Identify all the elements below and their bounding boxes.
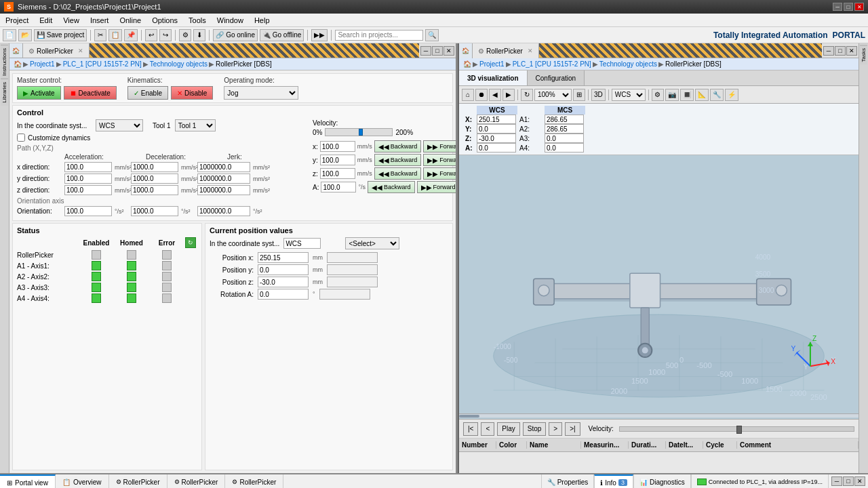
a-move-input[interactable] bbox=[321, 182, 356, 192]
z-jerk-input[interactable] bbox=[197, 185, 250, 195]
pos-a-extra[interactable] bbox=[319, 289, 370, 300]
tab-rollerpicker-right-1[interactable]: ⚙ RollerPicker ✕ bbox=[473, 43, 539, 58]
playback-vel-thumb[interactable] bbox=[736, 426, 742, 434]
pos-z-input[interactable] bbox=[258, 277, 309, 287]
menu-insert[interactable]: Insert bbox=[87, 15, 112, 26]
mcs-a3-input[interactable] bbox=[545, 134, 584, 143]
menu-online[interactable]: Online bbox=[117, 15, 144, 26]
redo-btn[interactable]: ↪ bbox=[159, 29, 172, 41]
view-extra-2[interactable]: 📷 bbox=[665, 89, 679, 101]
vtab-libraries[interactable]: Libraries bbox=[1, 79, 8, 106]
right-win-restore[interactable]: □ bbox=[835, 46, 846, 56]
x-backward-btn[interactable]: ◀◀ Backward bbox=[374, 140, 422, 152]
a-backward-btn[interactable]: ◀◀ Backward bbox=[368, 181, 415, 193]
last-btn[interactable]: >| bbox=[565, 422, 580, 436]
tab-rollerpicker-1[interactable]: ⚙ RollerPicker ✕ bbox=[23, 43, 90, 58]
customize-dynamics-check[interactable] bbox=[17, 134, 25, 142]
mcs-a1-input[interactable] bbox=[545, 115, 584, 124]
coord-sys-select[interactable]: WCSMCS bbox=[96, 119, 143, 131]
mcs-a4-input[interactable] bbox=[545, 143, 584, 152]
next-btn[interactable]: > bbox=[549, 422, 562, 436]
x-forward-btn[interactable]: ▶▶ Forward bbox=[423, 140, 456, 152]
a-forward-btn[interactable]: ▶▶ Forward bbox=[417, 181, 456, 193]
y-forward-btn[interactable]: ▶▶ Forward bbox=[423, 154, 456, 166]
pos-a-input[interactable] bbox=[258, 289, 309, 300]
sb-max-btn[interactable]: □ bbox=[843, 476, 854, 486]
compile-btn[interactable]: ⚙ bbox=[179, 29, 191, 41]
tab-close-1[interactable]: ✕ bbox=[78, 47, 83, 54]
menu-help[interactable]: Help bbox=[252, 15, 273, 26]
maximize-btn[interactable]: □ bbox=[844, 3, 853, 11]
x-acc-input[interactable] bbox=[64, 162, 112, 172]
pos-y-extra[interactable] bbox=[327, 264, 378, 275]
y-jerk-input[interactable] bbox=[197, 174, 250, 184]
x-jerk-input[interactable] bbox=[197, 162, 250, 172]
menu-project[interactable]: Project bbox=[3, 15, 31, 26]
y-dec-input[interactable] bbox=[131, 174, 178, 184]
velocity-slider-thumb[interactable] bbox=[359, 129, 363, 136]
search-input[interactable] bbox=[335, 30, 423, 41]
view-record-btn[interactable]: ⏺ bbox=[475, 89, 488, 101]
left-win-restore[interactable]: □ bbox=[432, 46, 443, 56]
enable-btn[interactable]: ✓ Enable bbox=[127, 86, 168, 100]
right-win-close[interactable]: ✕ bbox=[846, 46, 857, 56]
paste-btn[interactable]: 📌 bbox=[124, 29, 138, 41]
disable-btn[interactable]: ✕ Disable bbox=[171, 86, 213, 100]
vtab-tasks[interactable]: Tasks bbox=[860, 45, 867, 64]
mcs-a2-input[interactable] bbox=[545, 124, 584, 134]
pos-select[interactable]: <Select> bbox=[345, 237, 399, 249]
cut-btn[interactable]: ✂ bbox=[94, 29, 106, 41]
pos-x-extra[interactable] bbox=[327, 252, 378, 263]
window-controls[interactable]: ─ □ ✕ bbox=[833, 3, 864, 11]
right-tab-close[interactable]: ✕ bbox=[528, 47, 533, 54]
activate-btn[interactable]: ▶ Activate bbox=[17, 86, 61, 100]
diagnostics-tab[interactable]: 📊 Diagnostics bbox=[633, 474, 691, 488]
menu-edit[interactable]: Edit bbox=[37, 15, 55, 26]
bc-project[interactable]: Project1 bbox=[30, 60, 55, 68]
tab-3d-vis[interactable]: 3D visualization bbox=[459, 70, 528, 85]
rp-tab-3[interactable]: ⚙ RollerPicker bbox=[225, 474, 283, 488]
bc-techobj[interactable]: Technology objects bbox=[150, 60, 208, 68]
go-online-btn[interactable]: 🔗 Go online bbox=[213, 29, 258, 41]
more-btns[interactable]: ▶▶ bbox=[311, 29, 328, 41]
pos-z-extra[interactable] bbox=[327, 277, 378, 287]
wcs-dropdown[interactable]: WCSMCS bbox=[612, 89, 646, 101]
status-refresh-btn[interactable]: ↻ bbox=[185, 237, 196, 248]
wcs-select[interactable]: WCSMCS bbox=[612, 89, 646, 101]
view-extra-3[interactable]: 🔳 bbox=[680, 89, 694, 101]
new-btn[interactable]: 📄 bbox=[3, 29, 16, 41]
left-win-minimize[interactable]: ─ bbox=[420, 46, 431, 56]
copy-btn[interactable]: 📋 bbox=[108, 29, 122, 41]
rbc-plc[interactable]: PLC_1 [CPU 1515T-2 PN] bbox=[513, 60, 591, 68]
menu-view[interactable]: View bbox=[60, 15, 82, 26]
z-move-input[interactable] bbox=[320, 168, 355, 179]
z-forward-btn[interactable]: ▶▶ Forward bbox=[423, 167, 456, 180]
view-extra-5[interactable]: 🔧 bbox=[710, 89, 724, 101]
stop-btn[interactable]: Stop bbox=[523, 422, 547, 436]
zoom-select[interactable]: 100%50%150%200% bbox=[534, 89, 572, 101]
viewport-3d[interactable]: Y 2000 1500 1000 500 0 -500 -500 1000 15… bbox=[459, 155, 859, 419]
menu-tools[interactable]: Tools bbox=[186, 15, 209, 26]
undo-btn[interactable]: ↩ bbox=[145, 29, 157, 41]
pos-y-input[interactable] bbox=[258, 264, 309, 275]
overview-tab[interactable]: 📋 Overview bbox=[56, 474, 109, 488]
close-btn[interactable]: ✕ bbox=[854, 3, 864, 11]
prev-btn[interactable]: < bbox=[481, 422, 494, 436]
left-win-close[interactable]: ✕ bbox=[443, 46, 454, 56]
tool-select[interactable]: Tool 1 bbox=[175, 119, 216, 131]
op-mode-select[interactable]: Jog Auto Manual bbox=[224, 86, 298, 100]
portal-view-tab[interactable]: ⊞ Portal view bbox=[0, 474, 56, 488]
sb-min-btn[interactable]: ─ bbox=[831, 476, 842, 486]
tab-config[interactable]: Configuration bbox=[528, 70, 585, 85]
first-btn[interactable]: |< bbox=[463, 422, 478, 436]
view-next-btn[interactable]: ▶ bbox=[502, 89, 515, 101]
wcs-y-input[interactable] bbox=[477, 124, 516, 134]
minimize-btn[interactable]: ─ bbox=[833, 3, 842, 11]
wcs-z-input[interactable] bbox=[477, 134, 516, 143]
rbc-project[interactable]: Project1 bbox=[479, 60, 505, 68]
x-move-input[interactable] bbox=[320, 141, 355, 152]
z-backward-btn[interactable]: ◀◀ Backward bbox=[374, 167, 422, 180]
y-move-input[interactable] bbox=[320, 155, 355, 165]
x-dec-input[interactable] bbox=[131, 162, 178, 172]
playback-vel-track[interactable] bbox=[619, 426, 854, 432]
